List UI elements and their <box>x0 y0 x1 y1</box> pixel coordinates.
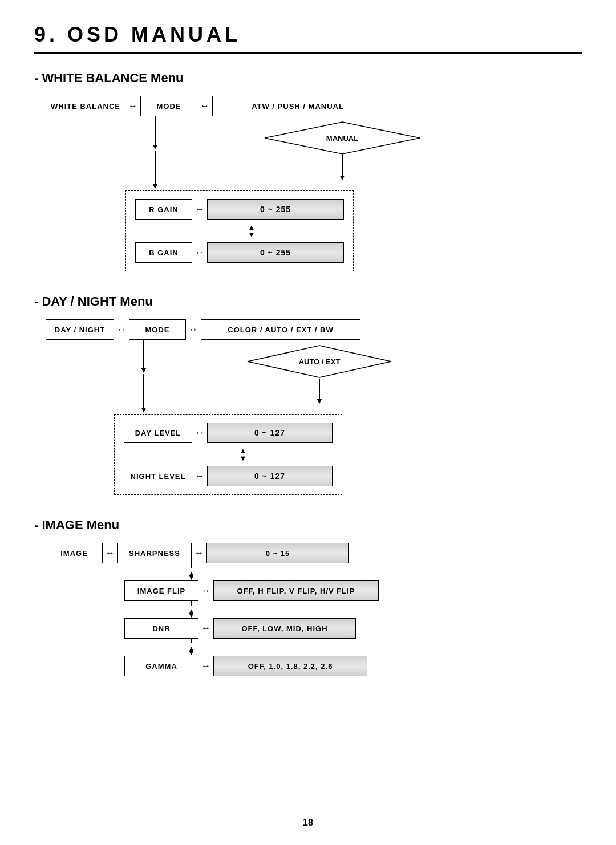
wb-rgain-row: R GAIN ↔ 0 ~ 255 <box>135 199 344 220</box>
img-arrow-1: ↔ <box>106 548 115 558</box>
page: 9. OSD MANUAL - WHITE BALANCE Menu WHITE… <box>0 0 616 845</box>
img-dnr-row: DNR ↔ OFF, LOW, MID, HIGH <box>124 618 582 639</box>
img-sharpness-value: 0 ~ 15 <box>206 543 349 563</box>
wb-bgain-row: B GAIN ↔ 0 ~ 255 <box>135 242 344 263</box>
img-flip-value: OFF, H FLIP, V FLIP, H/V FLIP <box>213 580 379 601</box>
img-sharpness-arrow: ↔ <box>194 548 204 558</box>
wb-bgain-box: B GAIN <box>135 242 192 263</box>
dn-row1: DAY / NIGHT ↔ MODE ↔ COLOR / AUTO / EXT … <box>46 319 582 340</box>
wb-down-arrow-3: ▼ <box>151 181 159 190</box>
dn-vert-connector: ▲ ▼ <box>153 448 333 461</box>
dn-arrow-1: ↔ <box>117 324 126 335</box>
dn-mode-box: MODE <box>129 319 186 340</box>
img-flip-row: IMAGE FLIP ↔ OFF, H FLIP, V FLIP, H/V FL… <box>124 580 582 601</box>
dn-day-row: DAY LEVEL ↔ 0 ~ 127 <box>124 422 333 443</box>
wb-section-title: - WHITE BALANCE Menu <box>34 71 582 86</box>
wb-dashed-box: R GAIN ↔ 0 ~ 255 ▲ ▼ B GAIN ↔ 0 ~ 255 <box>125 190 354 271</box>
img-dnr-value: OFF, LOW, MID, HIGH <box>213 618 356 639</box>
wb-bgain-value: 0 ~ 255 <box>207 242 344 263</box>
wb-gain-vert-connector: ▲ ▼ <box>159 224 344 238</box>
dn-day-arrow: ↔ <box>195 428 204 438</box>
img-vconn-2: ▲ ▼ <box>191 601 192 617</box>
dn-night-row: NIGHT LEVEL ↔ 0 ~ 127 <box>124 466 333 486</box>
img-vconn-3: ▲ ▼ <box>191 639 192 655</box>
dn-day-value: 0 ~ 127 <box>207 422 333 443</box>
svg-text:AUTO / EXT: AUTO / EXT <box>299 358 341 366</box>
wb-diamond-container: MANUAL <box>262 121 422 157</box>
wb-down-arrow-2: ▼ <box>338 173 346 182</box>
dn-night-value: 0 ~ 127 <box>207 466 333 486</box>
wb-rgain-value: 0 ~ 255 <box>207 199 344 220</box>
dn-connector-area: ▼ AUTO / EXT ▼ ▼ <box>46 340 582 420</box>
wb-options-box: ATW / PUSH / MANUAL <box>212 96 383 116</box>
dn-flow-diagram: DAY / NIGHT ↔ MODE ↔ COLOR / AUTO / EXT … <box>46 319 582 495</box>
dn-arrow-2: ↔ <box>189 324 198 335</box>
dn-section-title: - DAY / NIGHT Menu <box>34 294 582 309</box>
dn-node-box: DAY / NIGHT <box>46 319 114 340</box>
img-sharpness-row: IMAGE ↔ SHARPNESS ↔ 0 ~ 15 <box>46 543 582 563</box>
image-section: - IMAGE Menu IMAGE ↔ SHARPNESS ↔ 0 ~ 15 … <box>34 518 582 676</box>
wb-mode-box: MODE <box>140 96 197 116</box>
wb-bgain-arrow: ↔ <box>195 247 204 258</box>
white-balance-section: - WHITE BALANCE Menu WHITE BALANCE ↔ MOD… <box>34 71 582 271</box>
img-sharpness-box: SHARPNESS <box>117 543 192 563</box>
wb-down-arrow: ▼ <box>151 142 159 151</box>
img-vconn-1: ▲ ▼ <box>191 563 192 579</box>
wb-arrow-1: ↔ <box>128 101 137 111</box>
img-flow-diagram: IMAGE ↔ SHARPNESS ↔ 0 ~ 15 ▲ ▼ IMAGE FLI… <box>46 543 582 676</box>
img-flip-box: IMAGE FLIP <box>124 580 198 601</box>
img-gamma-arrow: ↔ <box>201 661 210 671</box>
day-night-section: - DAY / NIGHT Menu DAY / NIGHT ↔ MODE ↔ … <box>34 294 582 495</box>
dn-day-box: DAY LEVEL <box>124 422 192 443</box>
wb-rgain-arrow: ↔ <box>195 204 204 214</box>
dn-dashed-box: DAY LEVEL ↔ 0 ~ 127 ▲ ▼ NIGHT LEVEL ↔ 0 … <box>114 414 342 495</box>
img-gamma-value: OFF, 1.0, 1.8, 2.2, 2.6 <box>213 656 367 676</box>
wb-flow-diagram: WHITE BALANCE ↔ MODE ↔ ATW / PUSH / MANU… <box>46 96 582 271</box>
img-flip-arrow: ↔ <box>201 586 210 596</box>
wb-arrow-2: ↔ <box>200 101 209 111</box>
img-dnr-arrow: ↔ <box>201 623 210 633</box>
dn-diamond-container: AUTO / EXT <box>245 344 394 381</box>
wb-diamond-svg: MANUAL <box>262 121 422 155</box>
wb-diamond-text: MANUAL <box>326 134 358 143</box>
wb-vline-1 <box>155 116 156 145</box>
img-dnr-box: DNR <box>124 618 198 639</box>
img-section-title: - IMAGE Menu <box>34 518 582 533</box>
dn-diamond-svg: AUTO / EXT <box>245 344 394 379</box>
page-title: 9. OSD MANUAL <box>34 23 582 54</box>
wb-rgain-box: R GAIN <box>135 199 192 220</box>
dn-options-box: COLOR / AUTO / EXT / BW <box>201 319 360 340</box>
wb-vline-3 <box>155 151 156 185</box>
page-number: 18 <box>303 818 313 828</box>
img-node-box: IMAGE <box>46 543 103 563</box>
img-gamma-row: GAMMA ↔ OFF, 1.0, 1.8, 2.2, 2.6 <box>124 656 582 676</box>
img-gamma-box: GAMMA <box>124 656 198 676</box>
wb-node-box: WHITE BALANCE <box>46 96 125 116</box>
dn-night-arrow: ↔ <box>195 471 204 481</box>
dn-night-box: NIGHT LEVEL <box>124 466 192 486</box>
